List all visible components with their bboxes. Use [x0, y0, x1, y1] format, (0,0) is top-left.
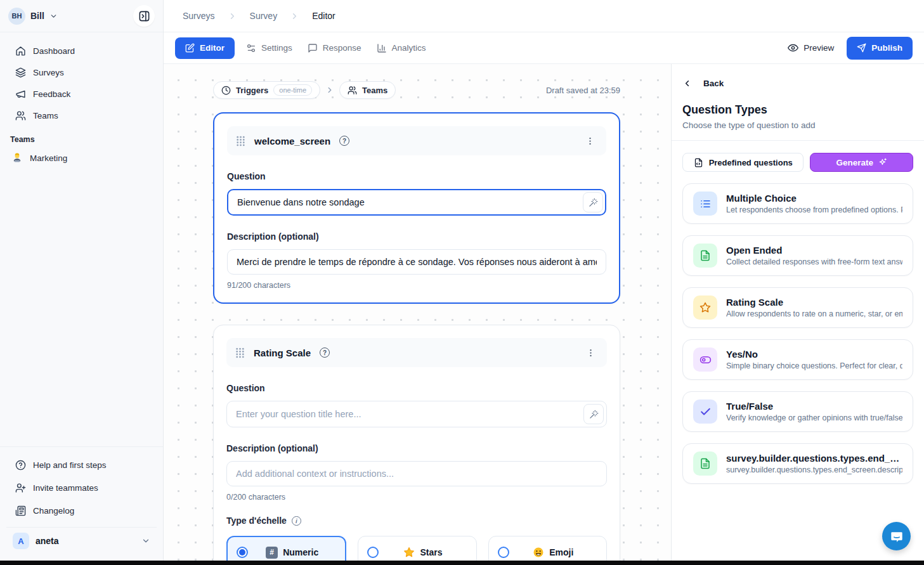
scale-option-numeric[interactable]: # Numeric [226, 536, 346, 561]
tab-label: Analytics [392, 43, 426, 53]
generate-button[interactable]: Generate [810, 153, 913, 172]
tab-settings[interactable]: Settings [238, 37, 300, 59]
numeric-keycap-icon: # [266, 547, 278, 559]
question-type-title: survey.builder.questions.types.end_scr..… [726, 453, 902, 464]
triggers-chip[interactable]: Triggers one-time [213, 81, 320, 99]
question-type-open-ended[interactable]: Open Ended Collect detailed responses wi… [682, 235, 913, 276]
question-type-true-false[interactable]: True/False Verify knowledge or gather op… [682, 391, 913, 432]
question-title-input[interactable] [227, 189, 606, 216]
newspaper-icon [15, 505, 26, 516]
check-icon [700, 406, 712, 418]
info-icon[interactable]: i [292, 516, 301, 526]
sidebar-item-help[interactable]: Help and first steps [6, 453, 157, 476]
breadcrumb-editor: Editor [312, 11, 335, 21]
account-avatar: A [13, 533, 29, 549]
welcome-screen-card[interactable]: welcome_screen ? Question Description (o… [213, 112, 620, 304]
file-text-icon [700, 250, 711, 261]
kebab-menu-icon[interactable] [583, 134, 597, 148]
workspace-avatar: BH [8, 8, 25, 25]
chat-launcher-button[interactable] [882, 522, 911, 550]
drag-handle-icon[interactable] [236, 136, 245, 146]
breadcrumb-survey[interactable]: Survey [250, 11, 278, 21]
sparkles-icon [878, 158, 887, 167]
workspace-name: Bill [30, 11, 44, 21]
sidebar-item-changelog[interactable]: Changelog [6, 499, 157, 522]
sidebar-item-invite[interactable]: Invite teammates [6, 476, 157, 499]
sidebar-item-feedback[interactable]: Feedback [6, 83, 157, 105]
question-type-description: Allow respondents to rate on a numeric, … [726, 309, 902, 318]
home-icon [15, 46, 26, 56]
predefined-questions-label: Predefined questions [709, 158, 793, 167]
tab-response[interactable]: Response [300, 37, 369, 59]
char-counter: 91/200 characters [227, 281, 606, 290]
question-type-title: Multiple Choice [726, 193, 902, 204]
question-title-input[interactable] [226, 401, 607, 427]
description-input[interactable] [226, 461, 607, 486]
welcome-card-header[interactable]: welcome_screen ? [227, 126, 606, 155]
trigger-type-badge: one-time [273, 84, 312, 96]
clock-icon [221, 86, 231, 95]
ai-rewrite-button[interactable] [583, 404, 604, 424]
help-icon[interactable]: ? [320, 347, 330, 358]
sidebar-item-label: Help and first steps [33, 460, 107, 470]
teams-chip-label: Teams [362, 86, 387, 95]
rating-card-header[interactable]: Rating Scale ? [226, 338, 607, 367]
question-type-description: survey.builder.questions.types.end_scree… [726, 465, 902, 474]
description-input[interactable] [227, 249, 606, 275]
account-name: aneta [36, 536, 59, 546]
scale-type-label: Type d'échelle [226, 516, 287, 526]
publish-button[interactable]: Publish [847, 37, 913, 60]
scale-option-label: Stars [420, 547, 442, 557]
sidebar-item-surveys[interactable]: Surveys [6, 62, 157, 83]
help-icon[interactable]: ? [339, 136, 349, 146]
preview-button[interactable]: Preview [788, 42, 834, 53]
sidebar-team-marketing[interactable]: Marketing [0, 146, 163, 169]
sidebar-footer: Help and first steps Invite teammates Ch… [0, 446, 163, 561]
tab-editor[interactable]: Editor [175, 37, 235, 59]
chat-icon [890, 529, 904, 543]
back-button[interactable]: Back [682, 79, 913, 88]
user-plus-icon [15, 483, 26, 493]
publish-label: Publish [871, 43, 902, 53]
sidebar-item-teams[interactable]: Teams [6, 105, 157, 126]
question-type-title: Yes/No [726, 349, 902, 360]
sidebar-item-dashboard[interactable]: Dashboard [6, 40, 157, 62]
drag-handle-icon[interactable] [235, 347, 245, 358]
message-square-icon [308, 43, 318, 53]
predefined-questions-button[interactable]: Predefined questions [682, 153, 804, 172]
scale-type-options: # Numeric Stars Emoji [226, 536, 607, 561]
sidebar: BH Bill Dashboard Surveys Feedback Teams… [0, 0, 164, 565]
question-type-multiple-choice[interactable]: Multiple Choice Let respondents choose f… [682, 183, 913, 224]
rating-scale-card[interactable]: Rating Scale ? Question Description (opt… [213, 325, 620, 561]
tab-label: Response [323, 43, 361, 53]
question-type-rating-scale[interactable]: Rating Scale Allow respondents to rate o… [682, 287, 913, 328]
radio-icon[interactable] [367, 547, 379, 558]
workspace-switcher[interactable]: BH Bill [0, 0, 163, 32]
account-menu[interactable]: A aneta [6, 527, 157, 555]
triggers-label: Triggers [236, 86, 268, 95]
divider [672, 140, 924, 141]
scale-option-emoji[interactable]: Emoji [488, 536, 607, 561]
description-label: Description (optional) [227, 231, 606, 242]
list-icon [700, 198, 712, 210]
question-type-title: True/False [726, 401, 902, 412]
question-type-description: Collect detailed responses with free-for… [726, 257, 902, 266]
tab-analytics[interactable]: Analytics [369, 37, 434, 59]
question-type-end-screen[interactable]: survey.builder.questions.types.end_scr..… [682, 443, 913, 484]
smiley-emoji-icon [533, 547, 544, 558]
scale-option-stars[interactable]: Stars [358, 536, 476, 561]
breadcrumb-surveys[interactable]: Surveys [183, 11, 215, 21]
file-text-icon [700, 458, 711, 469]
kebab-menu-icon[interactable] [583, 346, 598, 360]
wand-sparkles-icon [589, 198, 598, 207]
question-label: Question [227, 171, 606, 181]
scale-option-label: Emoji [549, 547, 573, 557]
radio-icon[interactable] [498, 547, 509, 558]
sidebar-collapse-button[interactable] [133, 5, 155, 27]
ai-rewrite-button[interactable] [583, 192, 603, 212]
megaphone-icon [15, 89, 26, 100]
question-type-yes-no[interactable]: Yes/No Simple binary choice questions. P… [682, 339, 913, 380]
sidebar-item-label: Feedback [33, 89, 70, 99]
teams-chip[interactable]: Teams [339, 81, 396, 99]
radio-checked-icon[interactable] [237, 547, 248, 558]
